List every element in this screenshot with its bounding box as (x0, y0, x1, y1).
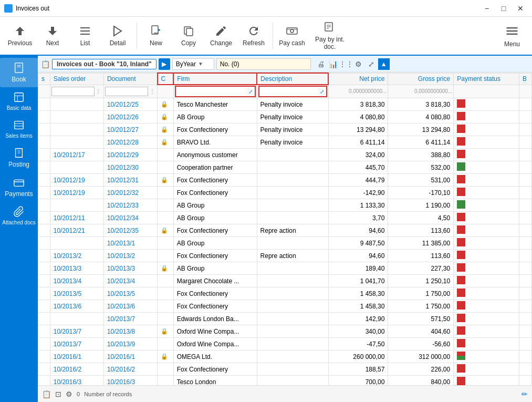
table-row[interactable]: 10/2012/1910/2012/31🔒Fox Confectionery44… (38, 174, 532, 187)
col-sales-order[interactable] (50, 313, 103, 325)
col-document[interactable]: 10/2013/6 (103, 300, 157, 313)
filter-sales-order-input[interactable] (51, 87, 95, 96)
col-document[interactable]: 10/2012/26 (103, 111, 157, 123)
col-document[interactable]: 10/2013/2 (103, 250, 157, 262)
col-header-description[interactable]: Description (257, 73, 328, 85)
change-button[interactable]: Change (205, 18, 237, 54)
col-document[interactable]: 10/2012/31 (103, 174, 157, 187)
col-sales-order[interactable] (50, 199, 103, 212)
menu-button[interactable]: Menu (496, 18, 528, 54)
col-document[interactable]: 10/2013/5 (103, 287, 157, 300)
statusbar-table-icon[interactable]: 📋 (42, 390, 51, 398)
sidebar-item-basic-data[interactable]: Basic data (0, 87, 38, 115)
table-row[interactable]: 10/2012/30Cooperation partner445,70532,0… (38, 161, 532, 174)
col-document[interactable]: 10/2013/3 (103, 262, 157, 275)
expand-icon-button[interactable]: ⤢ (366, 58, 377, 70)
statusbar-edit-icon[interactable]: ✏ (521, 390, 528, 398)
filter-firm[interactable]: ⤢ (173, 85, 257, 98)
pay-cash-button[interactable]: Pay cash (276, 18, 308, 54)
table-row[interactable]: 10/2016/210/2016/2Fox Confectionery188,5… (38, 363, 532, 376)
detail-button[interactable]: Detail (102, 18, 133, 54)
table-row[interactable]: 10/2016/110/2016/1🔒OMEGA Ltd.260 000,003… (38, 351, 532, 363)
filter-firm-btn[interactable]: ⤢ (246, 87, 255, 96)
col-document[interactable]: 10/2012/34 (103, 212, 157, 224)
table-row[interactable]: 10/2012/1910/2012/32Fox Confectionery-14… (38, 187, 532, 199)
col-sales-order[interactable]: 10/2016/2 (50, 363, 103, 376)
table-row[interactable]: 10/2013/7Edwards London Ba...142,90571,5… (38, 313, 532, 325)
col-sales-order[interactable]: 10/2013/7 (50, 325, 103, 338)
table-row[interactable]: 10/2012/33AB Group1 133,301 190,00 (38, 199, 532, 212)
col-document[interactable]: 10/2012/25 (103, 98, 157, 111)
year-filter-dropdown-icon[interactable]: ▼ (198, 61, 203, 67)
table-row[interactable]: 10/2013/610/2013/6Fox Confectionery1 458… (38, 300, 532, 313)
filter-document[interactable]: ⋮ (103, 85, 157, 98)
collapse-button[interactable]: ▲ (378, 58, 390, 70)
col-sales-order[interactable] (50, 98, 103, 111)
data-table-wrapper[interactable]: s Sales order Document C Firm Descriptio… (38, 73, 532, 385)
col-sales-order[interactable]: 10/2012/19 (50, 174, 103, 187)
col-sales-order[interactable]: 10/2013/2 (50, 250, 103, 262)
col-document[interactable]: 10/2013/7 (103, 313, 157, 325)
col-document[interactable]: 10/2012/33 (103, 199, 157, 212)
col-header-firm[interactable]: Firm (173, 73, 257, 85)
col-document[interactable]: 10/2013/8 (103, 325, 157, 338)
filter-description-input[interactable] (259, 87, 318, 96)
minimize-button[interactable]: − (479, 3, 494, 14)
refresh-button[interactable]: Refresh (238, 18, 269, 54)
col-sales-order[interactable]: 10/2012/17 (50, 149, 103, 161)
table-row[interactable]: 10/2013/1AB Group9 487,5011 385,00 (38, 237, 532, 250)
filter-sales-order-btn[interactable]: ⋮ (95, 87, 102, 96)
col-sales-order[interactable] (50, 136, 103, 149)
col-document[interactable]: 10/2016/1 (103, 351, 157, 363)
col-document[interactable]: 10/2012/28 (103, 136, 157, 149)
table-row[interactable]: 10/2013/710/2013/9Oxford Wine Compa...-4… (38, 338, 532, 351)
col-header-sales-order[interactable]: Sales order (50, 73, 103, 85)
col-sales-order[interactable] (50, 123, 103, 136)
table-row[interactable]: 10/2013/210/2013/2Fox ConfectioneryRepre… (38, 250, 532, 262)
maximize-button[interactable]: □ (496, 3, 511, 14)
col-document[interactable]: 10/2012/29 (103, 149, 157, 161)
previous-button[interactable]: Previous (4, 18, 36, 54)
sidebar-item-posting[interactable]: Posting (0, 143, 38, 172)
table-row[interactable]: 10/2012/27🔒Fox ConfectioneryPenalty invo… (38, 123, 532, 136)
col-sales-order[interactable]: 10/2013/5 (50, 287, 103, 300)
filter-document-input[interactable] (105, 87, 148, 96)
table-row[interactable]: 10/2013/310/2013/3🔒AB Group189,40227,30 (38, 262, 532, 275)
sidebar-item-payments[interactable]: Payments (0, 172, 38, 202)
filter-description[interactable]: ⤢ (257, 85, 328, 98)
close-button[interactable]: ✕ (513, 3, 528, 14)
col-document[interactable]: 10/2013/1 (103, 237, 157, 250)
col-sales-order[interactable]: 10/2013/3 (50, 262, 103, 275)
table-row[interactable]: 10/2012/26🔒AB GroupPenalty invoice4 080,… (38, 111, 532, 123)
col-sales-order[interactable]: 10/2012/21 (50, 224, 103, 237)
settings-icon-button[interactable]: ⚙ (353, 58, 364, 70)
columns-icon-button[interactable]: ⋮⋮ (340, 58, 352, 70)
filter-document-btn[interactable]: ⋮ (148, 87, 156, 96)
table-row[interactable]: 10/2013/710/2013/8🔒Oxford Wine Compa...3… (38, 325, 532, 338)
col-document[interactable]: 10/2016/3 (103, 376, 157, 386)
new-button[interactable]: New (140, 18, 172, 54)
filter-firm-input[interactable] (176, 87, 246, 96)
table-row[interactable]: 10/2012/2110/2012/35🔒Fox ConfectioneryRe… (38, 224, 532, 237)
table-row[interactable]: 10/2016/310/2016/3Tesco London700,00840,… (38, 376, 532, 386)
col-sales-order[interactable] (50, 237, 103, 250)
next-button[interactable]: Next (37, 18, 68, 54)
list-button[interactable]: List (69, 18, 101, 54)
col-sales-order[interactable] (50, 111, 103, 123)
col-sales-order[interactable]: 10/2013/7 (50, 338, 103, 351)
sidebar-item-attached-docs[interactable]: Attached docs (0, 202, 38, 230)
col-document[interactable]: 10/2013/4 (103, 275, 157, 287)
table-row[interactable]: 10/2013/510/2013/5Fox Confectionery1 458… (38, 287, 532, 300)
col-document[interactable]: 10/2013/9 (103, 338, 157, 351)
col-document[interactable]: 10/2012/30 (103, 161, 157, 174)
table-expand-button[interactable]: ▶ (159, 58, 170, 70)
chart-icon-button[interactable]: 📊 (328, 58, 339, 70)
table-row[interactable]: 10/2012/28🔒BRAVO Ltd.Penalty invoice6 41… (38, 136, 532, 149)
col-header-payment-status[interactable]: Payment status (454, 73, 519, 85)
col-document[interactable]: 10/2012/35 (103, 224, 157, 237)
col-sales-order[interactable] (50, 161, 103, 174)
table-row[interactable]: 10/2012/1110/2012/34AB Group3,704,50 (38, 212, 532, 224)
sidebar-item-sales-items[interactable]: Sales items (0, 115, 38, 143)
sidebar-item-book[interactable]: Book (0, 58, 38, 87)
table-row[interactable]: 10/2012/1710/2012/29Anonymous customer32… (38, 149, 532, 161)
